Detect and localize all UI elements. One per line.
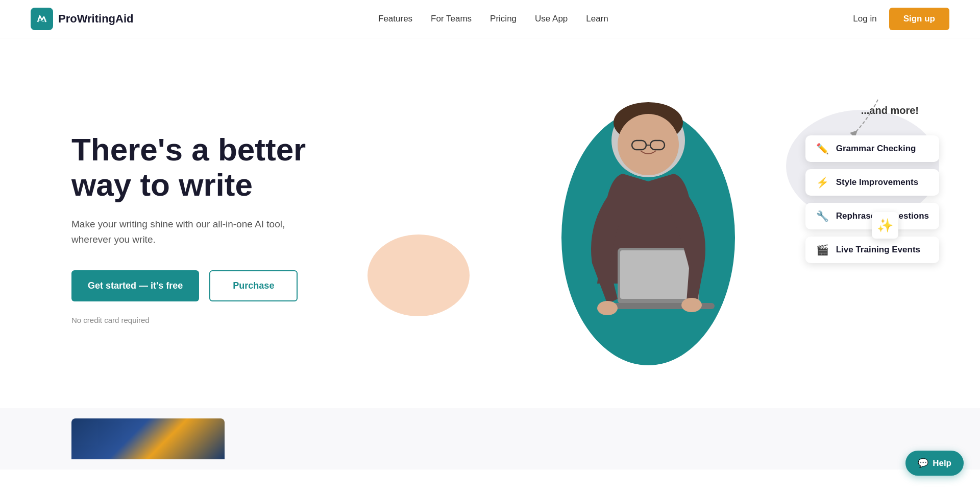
feature-pill-training-label: Live Training Events xyxy=(836,245,920,255)
login-button[interactable]: Log in xyxy=(853,14,876,24)
brand-name: ProWritingAid xyxy=(58,12,133,26)
feature-pill-training: 🎬 Live Training Events xyxy=(805,237,939,263)
help-chat-icon: 💬 xyxy=(918,458,928,468)
svg-point-12 xyxy=(597,301,618,315)
svg-rect-10 xyxy=(620,250,697,299)
nav-item-pricing[interactable]: Pricing xyxy=(490,14,517,24)
bottom-image-placeholder xyxy=(71,418,225,459)
nav-item-features[interactable]: Features xyxy=(378,14,412,24)
hero-section: There's a better way to write Make your … xyxy=(0,38,980,408)
decorative-blob-peach xyxy=(368,235,470,316)
hero-title: There's a better way to write xyxy=(71,132,347,202)
no-credit-card-text: No credit card required xyxy=(71,316,347,324)
logo-icon xyxy=(31,8,53,30)
features-list: ✏️ Grammar Checking ⚡ Style Improvements… xyxy=(805,135,939,263)
hero-subtitle: Make your writing shine with our all-in-… xyxy=(71,217,296,248)
bottom-section xyxy=(0,408,980,470)
hero-left: There's a better way to write Make your … xyxy=(71,132,347,324)
hero-buttons: Get started — it's free Purchase xyxy=(71,270,347,301)
grammar-icon: ✏️ xyxy=(816,143,830,155)
nav-links: Features For Teams Pricing Use App Learn xyxy=(378,14,608,24)
rephrase-icon: 🔧 xyxy=(816,210,830,222)
person-illustration xyxy=(551,89,745,378)
sparkle-badge: ✨ xyxy=(872,212,898,239)
feature-pill-style-label: Style Improvements xyxy=(836,177,919,188)
svg-point-13 xyxy=(681,298,702,312)
help-button[interactable]: 💬 Help xyxy=(905,451,964,470)
nav-item-for-teams[interactable]: For Teams xyxy=(431,14,472,24)
signup-button[interactable]: Sign up xyxy=(889,8,949,30)
logo[interactable]: ProWritingAid xyxy=(31,8,133,30)
navbar: ProWritingAid Features For Teams Pricing… xyxy=(0,0,980,38)
feature-pill-grammar-label: Grammar Checking xyxy=(836,144,916,154)
style-icon: ⚡ xyxy=(816,176,830,189)
purchase-button[interactable]: Purchase xyxy=(209,270,298,301)
nav-item-use-app[interactable]: Use App xyxy=(535,14,568,24)
training-icon: 🎬 xyxy=(816,244,830,256)
help-label: Help xyxy=(933,458,951,468)
hero-right: ...and more! xyxy=(347,79,949,378)
feature-pill-style: ⚡ Style Improvements xyxy=(805,169,939,196)
get-started-button[interactable]: Get started — it's free xyxy=(71,270,199,301)
nav-item-learn[interactable]: Learn xyxy=(586,14,608,24)
feature-pill-grammar: ✏️ Grammar Checking xyxy=(805,135,939,162)
nav-actions: Log in Sign up xyxy=(853,8,949,30)
